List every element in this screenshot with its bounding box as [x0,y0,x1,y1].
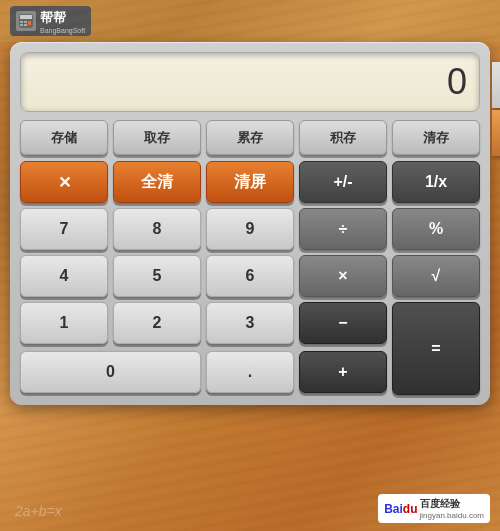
top-bar: 帮帮 BangBangSoft [0,0,500,42]
tab-advanced[interactable]: 高级 [492,110,500,156]
product-button[interactable]: 积存 [299,120,387,155]
zero-button[interactable]: 0 [20,351,201,393]
logo-box: 帮帮 BangBangSoft [10,6,91,36]
svg-rect-3 [24,21,27,23]
calculator-panel: 标准 高级 0 存储 取存 累存 积存 清存 ✕ 全清 清屏 +/- 1/x [10,42,490,405]
equals-button[interactable]: = [392,302,480,395]
one-button[interactable]: 1 [20,302,108,344]
plus-minus-button[interactable]: +/- [299,161,387,203]
seven-button[interactable]: 7 [20,208,108,250]
sqrt-button[interactable]: √ [392,255,480,297]
recall-button[interactable]: 取存 [113,120,201,155]
multiply-button[interactable]: × [299,255,387,297]
two-button[interactable]: 2 [113,302,201,344]
app-sub: BangBangSoft [40,27,85,34]
app-background: 帮帮 BangBangSoft 标准 高级 0 存储 取存 累存 积存 清存 [0,0,500,531]
five-button[interactable]: 5 [113,255,201,297]
logo-text-group: 帮帮 BangBangSoft [40,8,85,34]
delete-button[interactable]: ✕ [20,161,108,203]
eight-button[interactable]: 8 [113,208,201,250]
three-button[interactable]: 3 [206,302,294,344]
right-tabs: 标准 高级 [492,62,500,156]
app-name: 帮帮 [40,10,66,25]
clear-screen-button[interactable]: 清屏 [206,161,294,203]
four-button[interactable]: 4 [20,255,108,297]
app-icon [16,11,36,31]
baidu-badge: Baidu 百度经验 jingyan.baidu.com [378,494,490,523]
svg-rect-2 [20,21,23,23]
divide-button[interactable]: ÷ [299,208,387,250]
numpad-area: 7 8 9 ÷ % 4 5 6 × √ 1 2 3 − = 0 . + [20,208,480,395]
reciprocal-button[interactable]: 1/x [392,161,480,203]
delete-icon: ✕ [58,173,71,192]
baidu-info: 百度经验 jingyan.baidu.com [420,497,484,520]
tab-standard[interactable]: 标准 [492,62,500,108]
svg-rect-6 [24,24,27,26]
accumulate-button[interactable]: 累存 [206,120,294,155]
minus-button[interactable]: − [299,302,387,344]
baidu-logo-text: Baidu [384,502,417,516]
footer-area: 2a+b=x Baidu 百度经验 jingyan.baidu.com [0,476,500,531]
percent-button[interactable]: % [392,208,480,250]
six-button[interactable]: 6 [206,255,294,297]
all-clear-button[interactable]: 全清 [113,161,201,203]
svg-rect-1 [20,15,32,19]
display-value: 0 [447,61,467,103]
function-row: ✕ 全清 清屏 +/- 1/x [20,161,480,203]
display-screen: 0 [20,52,480,112]
svg-rect-0 [19,14,33,28]
clear-mem-button[interactable]: 清存 [392,120,480,155]
memory-row: 存储 取存 累存 积存 清存 [20,120,480,155]
formula-text: 2a+b=x [15,500,62,521]
svg-rect-5 [20,24,23,26]
svg-rect-4 [28,21,31,25]
decimal-button[interactable]: . [206,351,294,393]
store-button[interactable]: 存储 [20,120,108,155]
plus-button[interactable]: + [299,351,387,393]
nine-button[interactable]: 9 [206,208,294,250]
